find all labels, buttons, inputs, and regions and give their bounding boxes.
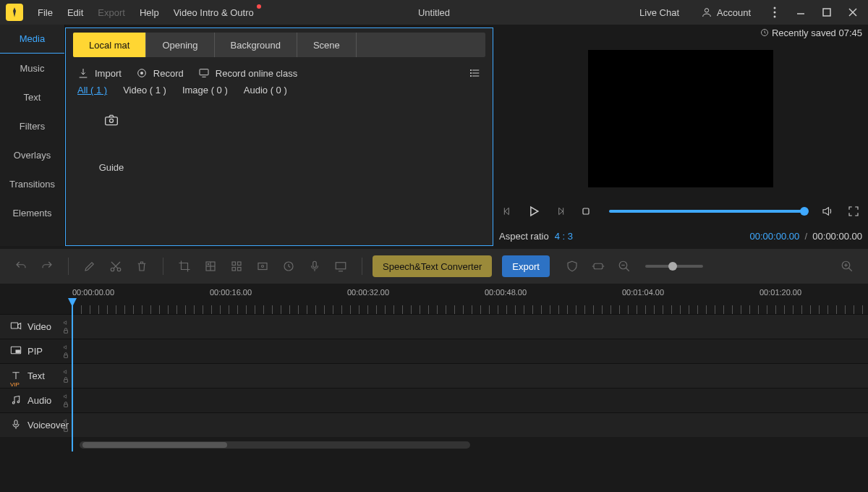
menu-edit[interactable]: Edit <box>60 3 90 22</box>
source-tab-scene[interactable]: Scene <box>297 33 357 57</box>
preview-progress[interactable] <box>609 210 804 213</box>
progress-knob-icon[interactable] <box>800 207 809 216</box>
svg-point-16 <box>470 72 471 73</box>
svg-rect-41 <box>336 263 346 269</box>
sidebar-tab-transitions[interactable]: Transitions <box>0 169 64 198</box>
speech-text-converter-button[interactable]: Speech&Text Converter <box>373 255 492 277</box>
minimize-button[interactable] <box>791 3 810 22</box>
fit-width-button[interactable] <box>587 255 609 277</box>
grid-button[interactable] <box>226 255 247 277</box>
export-button[interactable]: Export <box>502 255 550 277</box>
svg-rect-62 <box>14 420 17 425</box>
track-header: Video <box>0 315 72 339</box>
sidebar-tab-media[interactable]: Media <box>0 25 64 54</box>
fullscreen-button[interactable] <box>845 203 862 220</box>
zoom-in-button[interactable] <box>836 255 858 277</box>
screen-record-button[interactable] <box>330 255 352 277</box>
redo-button[interactable] <box>36 255 58 277</box>
voiceover-button[interactable] <box>304 255 326 277</box>
track-header: Audio <box>0 389 72 412</box>
import-button[interactable]: Import <box>77 67 122 79</box>
list-view-toggle[interactable] <box>469 67 481 79</box>
volume-button[interactable] <box>819 203 836 220</box>
duration-button[interactable] <box>278 255 299 277</box>
play-button[interactable] <box>525 203 542 220</box>
filter-video[interactable]: Video ( 1 ) <box>123 85 166 96</box>
maximize-button[interactable] <box>817 3 836 22</box>
delete-button[interactable] <box>131 255 153 277</box>
edit-button[interactable] <box>79 255 101 277</box>
lock-icon[interactable] <box>62 376 69 383</box>
shield-button[interactable] <box>561 255 583 277</box>
lock-icon[interactable] <box>62 425 69 433</box>
next-frame-button[interactable] <box>551 203 569 220</box>
mute-icon[interactable] <box>62 418 69 424</box>
track-video[interactable]: Video <box>0 314 868 339</box>
mute-icon[interactable] <box>62 344 69 350</box>
menu-intro-outro[interactable]: Video Intro & Outro <box>166 3 261 22</box>
source-tab-local[interactable]: Local mat <box>73 33 146 57</box>
svg-point-19 <box>110 119 114 122</box>
mosaic-button[interactable] <box>200 255 221 277</box>
freeze-frame-button[interactable] <box>252 255 273 277</box>
ruler-mark: 00:00:00.00 <box>72 288 114 297</box>
menu-file[interactable]: File <box>30 3 60 22</box>
svg-point-3 <box>774 16 776 18</box>
lock-icon[interactable] <box>62 401 69 408</box>
crop-button[interactable] <box>174 255 195 277</box>
track-body[interactable] <box>72 413 868 437</box>
mute-icon[interactable] <box>62 394 69 399</box>
track-text[interactable]: TextVIP <box>0 363 868 388</box>
sidebar-tab-filters[interactable]: Filters <box>0 111 64 140</box>
close-button[interactable] <box>843 3 862 22</box>
zoom-slider-knob[interactable] <box>668 262 677 271</box>
mute-icon[interactable] <box>62 369 69 375</box>
account-link[interactable]: Account <box>694 2 758 22</box>
sidebar-tab-music[interactable]: Music <box>0 54 64 82</box>
prev-frame-button[interactable] <box>499 203 516 220</box>
track-mic[interactable]: Voiceover <box>0 412 868 437</box>
filter-audio[interactable]: Audio ( 0 ) <box>244 85 287 96</box>
time-ruler[interactable]: 00:00:00.00 00:00:16.00 00:00:32.00 00:0… <box>72 288 868 314</box>
source-tabs: Local mat Opening Background Scene <box>73 33 485 57</box>
sidebar-tab-elements[interactable]: Elements <box>0 198 64 227</box>
preview-canvas[interactable] <box>588 50 773 187</box>
media-thumb-guide[interactable]: Guide <box>86 107 137 173</box>
sidebar-tab-overlays[interactable]: Overlays <box>0 140 64 169</box>
record-button[interactable]: Record <box>136 67 184 79</box>
svg-point-32 <box>208 263 209 265</box>
track-pip[interactable]: PIP <box>0 339 868 363</box>
lock-icon[interactable] <box>62 327 69 334</box>
horizontal-scrollbar[interactable] <box>80 441 470 449</box>
text-icon <box>10 370 22 382</box>
menu-help[interactable]: Help <box>132 3 166 22</box>
zoom-slider[interactable] <box>645 265 703 268</box>
ruler-mark: 00:00:32.00 <box>347 288 389 297</box>
source-tab-opening[interactable]: Opening <box>146 33 214 57</box>
sidebar-tab-text[interactable]: Text <box>0 82 64 111</box>
audio-icon <box>10 394 22 407</box>
aspect-ratio-value[interactable]: 4 : 3 <box>555 231 573 242</box>
track-audio[interactable]: Audio <box>0 388 868 412</box>
kebab-menu-icon[interactable] <box>765 3 784 22</box>
track-body[interactable] <box>72 389 868 412</box>
track-body[interactable] <box>72 364 868 388</box>
lock-icon[interactable] <box>62 352 69 359</box>
zoom-out-button[interactable] <box>613 255 635 277</box>
record-label: Record <box>153 68 184 79</box>
undo-button[interactable] <box>10 255 32 277</box>
source-tab-background[interactable]: Background <box>215 33 297 57</box>
track-body[interactable] <box>72 315 868 339</box>
filter-all[interactable]: All ( 1 ) <box>77 85 107 96</box>
timeline-toolbar: Speech&Text Converter Export <box>0 249 868 284</box>
cut-button[interactable] <box>105 255 127 277</box>
live-chat-link[interactable]: Live Chat <box>632 3 686 22</box>
stop-button[interactable] <box>577 203 595 220</box>
scrollbar-thumb[interactable] <box>82 442 227 448</box>
track-body[interactable] <box>72 339 868 363</box>
filter-image[interactable]: Image ( 0 ) <box>182 85 228 96</box>
titlebar: File Edit Export Help Video Intro & Outr… <box>0 0 868 25</box>
record-online-button[interactable]: Record online class <box>198 67 297 79</box>
svg-rect-10 <box>200 69 208 75</box>
mute-icon[interactable] <box>62 320 69 326</box>
